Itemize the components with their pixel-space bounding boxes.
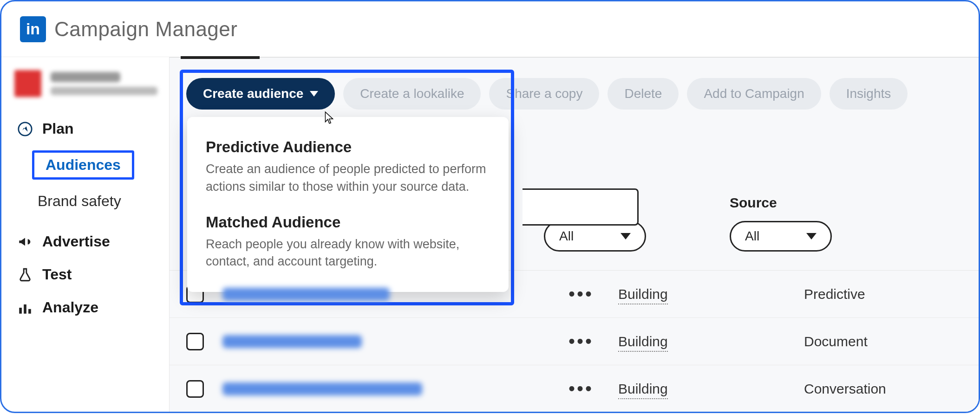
create-lookalike-button[interactable]: Create a lookalike (343, 78, 481, 110)
nav-brand-safety[interactable]: Brand safety (13, 186, 169, 216)
row-actions-menu[interactable]: ••• (562, 331, 600, 352)
search-input[interactable] (523, 188, 639, 226)
nav-test-label: Test (42, 266, 72, 283)
megaphone-icon (17, 234, 33, 250)
col-source-header: Source (730, 195, 888, 211)
add-to-campaign-label: Add to Campaign (704, 86, 804, 101)
audience-name-redacted (222, 335, 362, 348)
flask-icon (17, 267, 33, 283)
linkedin-logo-icon: in (20, 16, 46, 42)
audience-name-redacted (222, 288, 390, 301)
svg-marker-1 (22, 126, 27, 131)
caret-down-icon (310, 91, 318, 97)
dd-matched-title: Matched Audience (206, 213, 490, 231)
delete-button[interactable]: Delete (608, 78, 679, 110)
caret-down-icon (621, 233, 631, 239)
create-audience-button[interactable]: Create audience (186, 78, 335, 110)
dd-matched-desc: Reach people you already know with websi… (206, 236, 490, 271)
app-title: Campaign Manager (54, 18, 237, 41)
share-copy-button[interactable]: Share a copy (489, 78, 599, 110)
dropdown-item-predictive[interactable]: Predictive Audience Create an audience o… (206, 132, 490, 207)
caret-down-icon (806, 233, 817, 239)
source-filter-value: All (745, 229, 759, 244)
app-header: in Campaign Manager (1, 1, 979, 57)
row-source: Predictive (804, 286, 962, 302)
nav-brand-safety-label: Brand safety (38, 193, 121, 210)
table-row: ••• Building Conversation (170, 365, 979, 413)
nav-plan-label: Plan (42, 120, 74, 137)
source-filter[interactable]: All (730, 221, 832, 252)
bar-chart-icon (17, 300, 33, 316)
row-checkbox[interactable] (186, 333, 204, 350)
nav-advertise-label: Advertise (42, 233, 110, 250)
svg-rect-2 (19, 308, 22, 314)
nav-plan[interactable]: Plan (13, 114, 169, 144)
nav-audiences-label: Audiences (46, 156, 121, 174)
dd-predictive-desc: Create an audience of people predicted t… (206, 161, 490, 196)
svg-rect-3 (24, 304, 26, 313)
dropdown-item-matched[interactable]: Matched Audience Reach people you alread… (206, 207, 490, 273)
status-filter-value: All (559, 229, 574, 244)
create-audience-label: Create audience (203, 86, 303, 101)
nav-audiences[interactable]: Audiences (32, 150, 134, 180)
active-tab-indicator (181, 56, 260, 59)
nav-analyze[interactable]: Analyze (13, 292, 169, 323)
nav-advertise[interactable]: Advertise (13, 226, 169, 257)
row-checkbox[interactable] (186, 380, 204, 398)
delete-label: Delete (624, 86, 662, 101)
row-status: Building (618, 334, 668, 352)
compass-icon (17, 121, 33, 137)
row-actions-menu[interactable]: ••• (562, 378, 600, 399)
table-row: ••• Building Document (170, 318, 979, 365)
audience-table: ••• Building Predictive ••• Building Doc… (170, 270, 979, 413)
audience-name-redacted (222, 382, 422, 395)
create-audience-dropdown: Predictive Audience Create an audience o… (187, 117, 509, 292)
sidebar: Plan Audiences Brand safety Advertise (1, 57, 169, 412)
row-actions-menu[interactable]: ••• (562, 284, 600, 304)
share-copy-label: Share a copy (506, 86, 582, 101)
row-source: Document (804, 334, 962, 349)
account-selector[interactable] (14, 70, 169, 97)
row-status: Building (618, 381, 668, 399)
app-frame: in Campaign Manager Plan Audiences (0, 0, 980, 413)
svg-rect-4 (28, 309, 31, 313)
nav-test[interactable]: Test (13, 259, 169, 290)
add-to-campaign-button[interactable]: Add to Campaign (687, 78, 821, 110)
row-source: Conversation (804, 381, 962, 397)
main-panel: Create audience Create a lookalike Share… (169, 57, 979, 412)
toolbar: Create audience Create a lookalike Share… (170, 58, 979, 122)
insights-button[interactable]: Insights (830, 78, 908, 110)
nav-analyze-label: Analyze (42, 299, 98, 316)
create-lookalike-label: Create a lookalike (360, 86, 464, 101)
dd-predictive-title: Predictive Audience (206, 138, 490, 156)
row-status: Building (618, 286, 668, 304)
insights-label: Insights (846, 86, 891, 101)
